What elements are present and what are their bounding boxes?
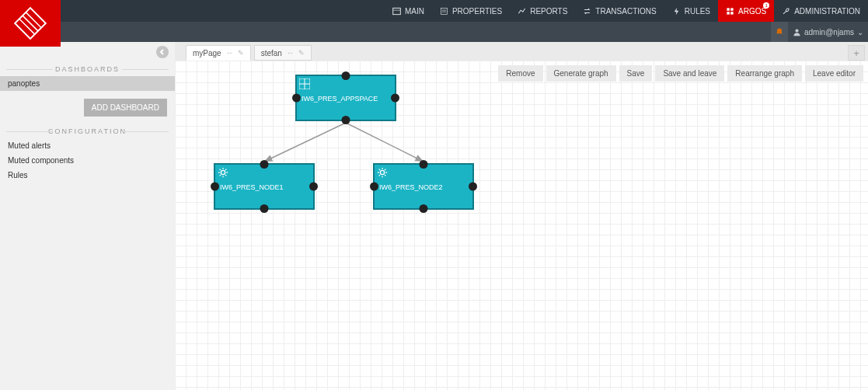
- dashboards-heading: DASHBOARDS: [0, 65, 175, 73]
- graph-edges: [175, 61, 868, 390]
- graph-canvas[interactable]: IW6_PRES_APPSPACE IW6_PRES_NODE1 IW6_PRE…: [175, 61, 868, 390]
- nav-properties[interactable]: PROPERTIES: [432, 0, 510, 22]
- wrench-icon: [782, 7, 790, 16]
- app-logo[interactable]: [0, 0, 61, 47]
- node-handle-left[interactable]: [370, 183, 378, 191]
- notification-badge: 1: [763, 2, 769, 9]
- canvas-toolbar: Remove Generate graph Save Save and leav…: [498, 65, 863, 82]
- nav-administration[interactable]: ADMINISTRATION: [774, 0, 868, 22]
- svg-rect-11: [727, 12, 729, 14]
- arrow-left-icon: [159, 48, 166, 56]
- node-handle-top[interactable]: [420, 160, 428, 169]
- sidebar: DASHBOARDS panoptes ADD DASHBOARD CONFIG…: [0, 42, 175, 390]
- rearrange-graph-button[interactable]: Rearrange graph: [727, 65, 802, 82]
- nav-rules[interactable]: RULES: [664, 0, 718, 22]
- node-handle-bottom[interactable]: [342, 116, 350, 124]
- bell-icon: [775, 27, 784, 37]
- svg-line-2: [23, 16, 38, 31]
- nav-label: REPORTS: [530, 7, 567, 16]
- nav-reports[interactable]: REPORTS: [510, 0, 575, 22]
- chevron-down-icon: ⌄: [857, 28, 863, 37]
- generate-graph-button[interactable]: Generate graph: [546, 65, 616, 82]
- sidebar-item-muted-components[interactable]: Muted components: [0, 153, 175, 168]
- node-handle-bottom[interactable]: [420, 204, 428, 213]
- node-handle-left[interactable]: [211, 183, 219, 191]
- top-nav: MAIN PROPERTIES REPORTS TRANSACTIONS RUL…: [0, 0, 868, 22]
- node-handle-bottom[interactable]: [260, 204, 269, 213]
- svg-line-15: [346, 123, 424, 162]
- logo-icon: [11, 4, 51, 44]
- nav-label: PROPERTIES: [452, 7, 502, 16]
- gear-icon: [218, 167, 228, 178]
- remove-button[interactable]: Remove: [498, 65, 542, 82]
- move-icon[interactable]: ↔: [226, 49, 233, 57]
- gear-icon: [377, 167, 388, 178]
- edit-icon[interactable]: ✎: [298, 49, 305, 57]
- nav-label: RULES: [685, 7, 710, 16]
- sidebar-collapse-button[interactable]: [156, 46, 169, 58]
- add-dashboard-button[interactable]: ADD DASHBOARD: [84, 99, 167, 117]
- svg-rect-9: [727, 8, 729, 10]
- save-button[interactable]: Save: [619, 65, 653, 82]
- dashboard-icon: [726, 7, 734, 16]
- nav-label: TRANSACTIONS: [595, 7, 656, 16]
- node-handle-top[interactable]: [342, 71, 350, 80]
- svg-line-14: [264, 123, 346, 162]
- node-handle-right[interactable]: [469, 183, 477, 191]
- sidebar-item-muted-alerts[interactable]: Muted alerts: [0, 138, 175, 153]
- nav-argos[interactable]: ARGOS 1: [718, 0, 774, 22]
- user-name: admin@njams: [804, 28, 854, 37]
- nav-main[interactable]: MAIN: [385, 0, 432, 22]
- add-tab-button[interactable]: +: [848, 45, 865, 61]
- move-icon[interactable]: ↔: [287, 49, 294, 57]
- tab-stefan[interactable]: stefan ↔ ✎: [254, 45, 312, 61]
- graph-node-node2[interactable]: IW6_PRES_NODE2: [373, 163, 474, 210]
- sidebar-item-rules[interactable]: Rules: [0, 168, 175, 183]
- second-bar: admin@njams ⌄: [0, 22, 868, 42]
- node-handle-top[interactable]: [260, 160, 269, 169]
- svg-point-19: [221, 170, 225, 174]
- svg-line-1: [26, 12, 41, 28]
- svg-line-3: [19, 19, 35, 34]
- nav-label: ARGOS: [738, 7, 766, 16]
- node-label: IW6_PRES_APPSPACE: [302, 95, 390, 103]
- svg-point-20: [380, 170, 384, 174]
- tab-mypage[interactable]: myPage ↔ ✎: [186, 45, 251, 61]
- svg-rect-10: [730, 8, 733, 10]
- tabs-bar: myPage ↔ ✎ stefan ↔ ✎ +: [175, 42, 868, 61]
- edit-icon[interactable]: ✎: [238, 49, 244, 57]
- save-and-leave-button[interactable]: Save and leave: [655, 65, 724, 82]
- node-handle-left[interactable]: [292, 94, 301, 103]
- chart-icon: [518, 7, 526, 16]
- graph-node-node1[interactable]: IW6_PRES_NODE1: [214, 163, 315, 210]
- grid-icon: [299, 78, 310, 89]
- nav-transactions[interactable]: TRANSACTIONS: [575, 0, 664, 22]
- node-label: IW6_PRES_NODE2: [379, 183, 468, 191]
- user-icon: [793, 28, 801, 37]
- node-handle-right[interactable]: [309, 183, 318, 191]
- user-menu[interactable]: admin@njams ⌄: [793, 28, 863, 37]
- nav-label: MAIN: [405, 7, 424, 16]
- alert-indicator[interactable]: [771, 22, 788, 42]
- node-handle-right[interactable]: [391, 94, 399, 103]
- configuration-heading: CONFIGURATION: [0, 127, 175, 135]
- svg-point-13: [795, 29, 798, 32]
- window-icon: [392, 7, 401, 16]
- tab-label: stefan: [261, 49, 282, 57]
- svg-rect-4: [393, 8, 401, 14]
- leave-editor-button[interactable]: Leave editor: [805, 65, 863, 82]
- sidebar-item-dashboard[interactable]: panoptes: [0, 76, 175, 91]
- svg-rect-6: [441, 8, 447, 14]
- graph-node-appspace[interactable]: IW6_PRES_APPSPACE: [295, 75, 396, 121]
- bolt-icon: [672, 7, 681, 16]
- tab-label: myPage: [193, 49, 221, 57]
- swap-icon: [583, 7, 591, 16]
- node-label: IW6_PRES_NODE1: [220, 183, 309, 191]
- list-icon: [440, 7, 448, 16]
- nav-label: ADMINISTRATION: [794, 7, 860, 16]
- svg-rect-12: [730, 12, 733, 14]
